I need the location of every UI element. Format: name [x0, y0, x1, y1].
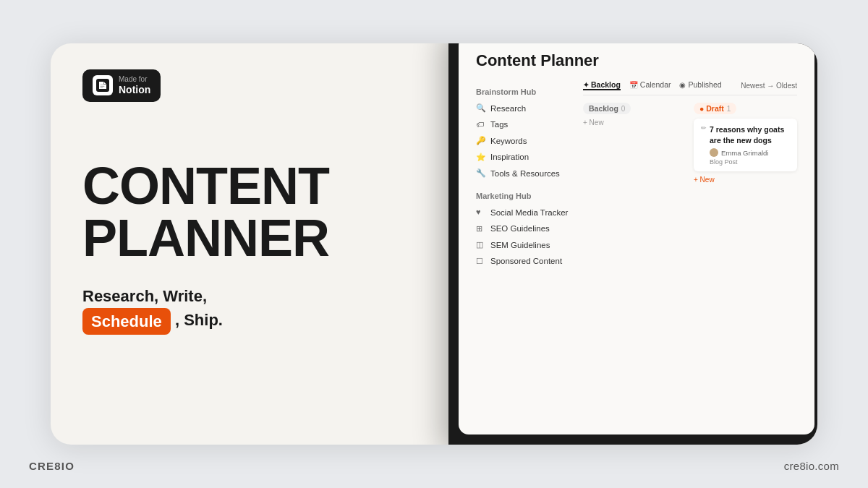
- nav-research-label: Research: [490, 102, 526, 115]
- notion-badge: Made for Notion: [82, 69, 161, 102]
- tab-calendar-label: Calendar: [640, 80, 671, 89]
- brand-right: cre8io.com: [784, 460, 839, 472]
- marketing-hub-label: Marketing Hub: [476, 192, 570, 200]
- nav-inspiration-label: Inspiration: [490, 150, 529, 163]
- badge-notion: Notion: [119, 84, 150, 96]
- main-title: CONTENT PLANNER: [82, 160, 366, 264]
- tools-icon: 🔧: [476, 167, 486, 180]
- tab-published[interactable]: ◉ Published: [679, 80, 721, 90]
- content-body: Brainstorm Hub 🔍 Research 🏷 Tags 🔑 Keywo…: [476, 80, 797, 270]
- author-avatar: [710, 148, 718, 157]
- tab-backlog[interactable]: ✦ Backlog: [583, 80, 621, 90]
- nav-item-research[interactable]: 🔍 Research: [476, 100, 570, 116]
- nav-tools-label: Tools & Resources: [490, 167, 560, 180]
- badge-text: Made for Notion: [119, 75, 150, 96]
- tab-calendar[interactable]: 📅 Calendar: [629, 80, 671, 90]
- sem-icon: ◫: [476, 239, 486, 252]
- tab-backlog-label: Backlog: [591, 80, 621, 89]
- nav-item-keywords[interactable]: 🔑 Keywords: [476, 133, 570, 149]
- card-author: Emma Grimaldi: [710, 148, 790, 157]
- tagline-part2: , Ship.: [175, 311, 223, 329]
- star-icon: ⭐: [476, 151, 486, 164]
- nav-item-sem[interactable]: ◫ SEM Guidelines: [476, 237, 570, 253]
- seo-icon: ⊞: [476, 223, 486, 236]
- db-columns: Backlog 0 + New: [583, 103, 797, 184]
- db-col-backlog-header: Backlog 0: [583, 103, 686, 114]
- db-col-draft-header: ● Draft 1: [694, 103, 797, 114]
- svg-rect-3: [101, 87, 103, 88]
- backlog-count: 0: [621, 105, 626, 113]
- nav-tags-label: Tags: [490, 118, 508, 131]
- backlog-add-new[interactable]: + New: [583, 119, 686, 127]
- nav-item-sponsored[interactable]: ☐ Sponsored Content: [476, 253, 570, 269]
- sponsored-icon: ☐: [476, 255, 486, 268]
- tagline: Research, Write, Schedule , Ship.: [82, 284, 366, 335]
- tab-published-label: Published: [688, 80, 721, 89]
- badge-made-for: Made for: [119, 75, 150, 84]
- notion-logo-icon: [93, 75, 113, 95]
- backlog-tab-icon: ✦: [583, 81, 589, 89]
- notion-page-title: Content Planner: [476, 51, 797, 70]
- right-content: ✦ Backlog 📅 Calendar ◉ Published: [583, 80, 797, 270]
- key-icon: 🔑: [476, 134, 486, 147]
- right-panel: Content Planner Brainstorm Hub 🔍 Researc…: [398, 43, 817, 445]
- nav-sem-label: SEM Guidelines: [490, 239, 550, 252]
- nav-item-seo[interactable]: ⊞ SEO Guidelines: [476, 221, 570, 236]
- brand-left: CRE8IO: [29, 460, 75, 472]
- svg-rect-2: [101, 86, 105, 87]
- published-tab-icon: ◉: [679, 81, 686, 89]
- tag-icon: 🏷: [476, 119, 486, 132]
- nav-item-tools[interactable]: 🔧 Tools & Resources: [476, 166, 570, 181]
- search-icon: 🔍: [476, 102, 486, 115]
- schedule-badge: Schedule: [82, 308, 171, 335]
- nav-sponsored-label: Sponsored Content: [490, 254, 562, 267]
- card-tag: Blog Post: [710, 158, 790, 166]
- nav-seo-label: SEO Guidelines: [490, 222, 550, 235]
- edit-icon: ✏: [701, 124, 707, 132]
- backlog-badge: Backlog 0: [583, 103, 631, 114]
- main-card: Made for Notion CONTENT PLANNER Research…: [51, 43, 817, 445]
- db-tabs: ✦ Backlog 📅 Calendar ◉ Published: [583, 80, 797, 95]
- draft-add-new[interactable]: + New: [694, 176, 797, 184]
- db-sort: Newest → Oldest: [741, 82, 797, 90]
- heart-icon: ♥: [476, 206, 486, 219]
- tablet-mockup: Content Planner Brainstorm Hub 🔍 Researc…: [448, 43, 817, 445]
- tablet-screen: Content Planner Brainstorm Hub 🔍 Researc…: [459, 43, 814, 435]
- left-nav: Brainstorm Hub 🔍 Research 🏷 Tags 🔑 Keywo…: [476, 80, 570, 270]
- db-col-draft: ● Draft 1 ✏ 7 reasons why goats are the …: [694, 103, 797, 184]
- svg-rect-1: [101, 85, 104, 85]
- left-panel: Made for Notion CONTENT PLANNER Research…: [51, 43, 398, 445]
- nav-item-inspiration[interactable]: ⭐ Inspiration: [476, 149, 570, 165]
- draft-card-1[interactable]: ✏ 7 reasons why goats are the new dogs E…: [694, 119, 797, 171]
- calendar-tab-icon: 📅: [629, 81, 638, 89]
- brainstorm-hub-label: Brainstorm Hub: [476, 87, 570, 96]
- tagline-part1: Research, Write,: [82, 287, 207, 305]
- draft-count: 1: [727, 105, 731, 113]
- nav-keywords-label: Keywords: [490, 134, 527, 147]
- db-col-backlog: Backlog 0 + New: [583, 103, 686, 184]
- nav-item-social[interactable]: ♥ Social Media Tracker: [476, 205, 570, 221]
- card-title: 7 reasons why goats are the new dogs: [710, 124, 790, 145]
- nav-item-tags[interactable]: 🏷 Tags: [476, 116, 570, 132]
- draft-badge: ● Draft 1: [694, 103, 736, 114]
- nav-social-label: Social Media Tracker: [490, 206, 568, 219]
